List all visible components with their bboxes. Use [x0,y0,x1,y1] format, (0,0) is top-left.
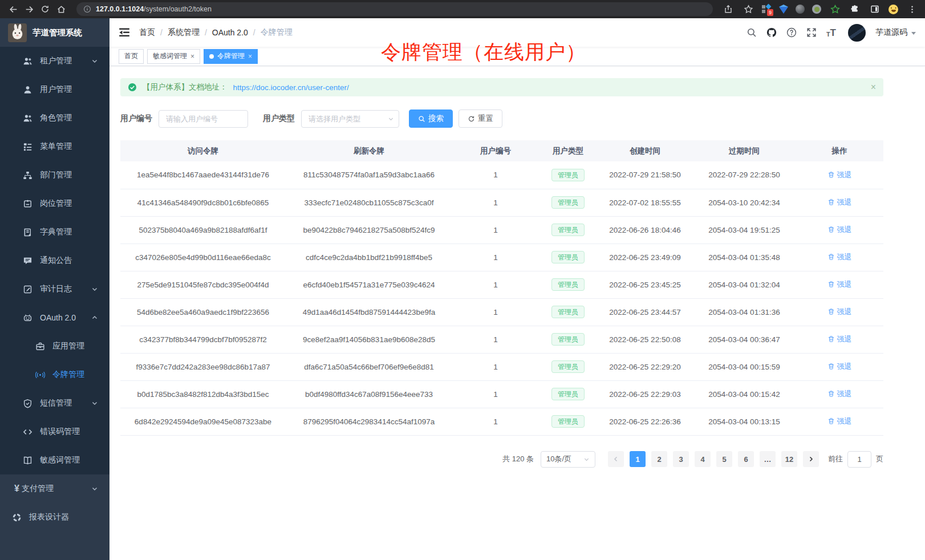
user-id-input[interactable] [159,110,248,128]
force-logout-button[interactable]: 强退 [827,197,852,208]
user-type-select[interactable] [301,110,399,128]
page-size-select[interactable]: 10条/页 [541,451,595,468]
prev-page-button[interactable] [608,451,624,467]
reset-button[interactable]: 重置 [459,109,502,128]
app-logo-row[interactable]: 芋道管理系统 [0,18,109,47]
sidebar-item-sensitive-word[interactable]: 敏感词管理 [0,446,109,474]
green-star-extension-icon[interactable] [829,3,841,15]
sidebar-item-error-code[interactable]: 错误码管理 [0,417,109,446]
cell-user-id: 1 [452,216,539,244]
page-ellipsis[interactable]: … [760,451,776,467]
breadcrumb-item[interactable]: 系统管理 [168,27,200,38]
sidebar-item-role[interactable]: 角色管理 [0,104,109,132]
cell-refresh-token: be90422b8c7946218275a508bf524fc9 [286,216,452,244]
force-logout-button[interactable]: 强退 [827,362,852,372]
user-avatar[interactable] [848,24,866,42]
url-bar[interactable]: 127.0.0.1:1024/system/oauth2/token [76,2,713,16]
cell-refresh-token: dfa6c71a50a54c66bef706ef9e6e8d81 [286,353,452,380]
help-icon[interactable] [786,27,797,38]
share-icon[interactable] [722,3,735,15]
site-info-icon[interactable] [83,5,91,13]
close-icon[interactable]: × [190,53,194,60]
cell-expire-time: 2054-03-10 20:42:34 [693,189,796,216]
cell-access-token: b0d1785bc3a8482f812db4a3f3bd15ec [120,380,286,408]
sidebar-item-oauth2-token[interactable]: 令牌管理 [0,360,109,389]
filter-form: 用户编号 用户类型 搜索 重置 [120,109,883,128]
page-button-2[interactable]: 2 [651,451,667,467]
browser-forward-icon[interactable] [23,3,35,15]
tab-token[interactable]: 令牌管理× [204,49,258,64]
sidebar-item-notice[interactable]: 通知公告 [0,246,109,275]
force-logout-button[interactable]: 强退 [827,170,852,180]
force-logout-button[interactable]: 强退 [827,334,852,344]
page-button-6[interactable]: 6 [738,451,754,467]
sidebar-item-report-designer[interactable]: 报表设计器 [0,503,109,531]
user-type-select-input[interactable] [301,110,399,128]
github-icon[interactable] [766,27,777,38]
next-page-button[interactable] [803,451,819,467]
green-dot-extension-icon[interactable] [812,5,821,14]
breadcrumb-item[interactable]: OAuth 2.0 [212,28,248,37]
bookmark-star-icon[interactable] [742,3,754,15]
extensions-puzzle-icon[interactable] [849,3,861,15]
breadcrumb: 首页/系统管理/OAuth 2.0/令牌管理 [139,27,293,38]
browser-home-icon[interactable] [55,3,67,15]
user-menu[interactable]: 芋道源码 [875,27,916,38]
page-button-5[interactable]: 5 [716,451,732,467]
search-button[interactable]: 搜索 [409,109,453,128]
page-button-4[interactable]: 4 [695,451,711,467]
sidebar-item-oauth2-app[interactable]: 应用管理 [0,332,109,360]
browser-reload-icon[interactable] [39,3,51,15]
cell-access-token: 6d842e2924594de9a09e45e087323abe [120,408,286,435]
tab-label: 令牌管理 [217,51,245,61]
browser-back-icon[interactable] [7,3,19,15]
sidebar-item-oauth2[interactable]: OAuth 2.0 [0,303,109,332]
force-logout-button[interactable]: 强退 [827,225,852,235]
page-button-12[interactable]: 12 [781,451,797,467]
sidebar-item-audit-log[interactable]: 审计日志 [0,275,109,303]
cell-user-type: 管理员 [539,326,597,353]
fullscreen-icon[interactable] [806,27,817,38]
sidebar-item-post[interactable]: 岗位管理 [0,189,109,218]
cell-actions: 强退 [796,353,883,380]
force-logout-button[interactable]: 强退 [827,389,852,399]
close-icon[interactable]: × [248,53,252,60]
force-logout-button[interactable]: 强退 [827,279,852,290]
user-type-badge: 管理员 [551,306,585,318]
dark-sphere-extension-icon[interactable] [796,5,805,14]
page-button-1[interactable]: 1 [630,451,646,467]
sidebar-item-pay[interactable]: ¥支付管理 [0,474,109,503]
profile-avatar-icon[interactable] [889,5,898,14]
sidebar-item-menu[interactable]: 菜单管理 [0,132,109,161]
doc-link[interactable]: https://doc.iocoder.cn/user-center/ [233,83,349,92]
force-logout-button[interactable]: 强退 [827,416,852,427]
breadcrumb-item[interactable]: 首页 [139,27,155,38]
cell-refresh-token: 333ecfc71e02480cb11055c875c3ca0f [286,189,452,216]
split-window-icon[interactable] [869,3,881,15]
sidebar-item-dept[interactable]: 部门管理 [0,161,109,189]
user-type-badge: 管理员 [551,415,585,428]
font-size-icon[interactable]: TT [826,28,836,38]
page-content: 【用户体系】文档地址： https://doc.iocoder.cn/user-… [109,66,925,468]
user-type-badge: 管理员 [551,388,585,400]
force-logout-button[interactable]: 强退 [827,307,852,317]
force-logout-button[interactable]: 强退 [827,252,852,262]
sidebar-item-user[interactable]: 用户管理 [0,75,109,104]
goto-page-input[interactable] [847,451,871,468]
search-icon[interactable] [747,27,757,38]
code-icon [23,427,33,437]
page-button-3[interactable]: 3 [673,451,689,467]
breadcrumb-item: 令牌管理 [261,27,293,38]
browser-menu-icon[interactable] [906,3,918,15]
cell-access-token: c347026e805e4d99b0d116eae66eda8c [120,244,286,271]
tab-sensitive-word[interactable]: 敏感词管理× [147,49,200,64]
sidebar-item-dict[interactable]: 字典管理 [0,218,109,246]
trash-icon [827,417,835,425]
alert-close-icon[interactable]: × [871,82,876,92]
tab-home[interactable]: 首页 [119,49,144,64]
gem-extension-icon[interactable] [779,7,788,14]
sidebar-item-sms[interactable]: 短信管理 [0,389,109,417]
extension-tiles-icon[interactable]: 9 [762,5,772,14]
sidebar-item-tenant[interactable]: 租户管理 [0,47,109,75]
sidebar-toggle-icon[interactable] [119,27,130,38]
